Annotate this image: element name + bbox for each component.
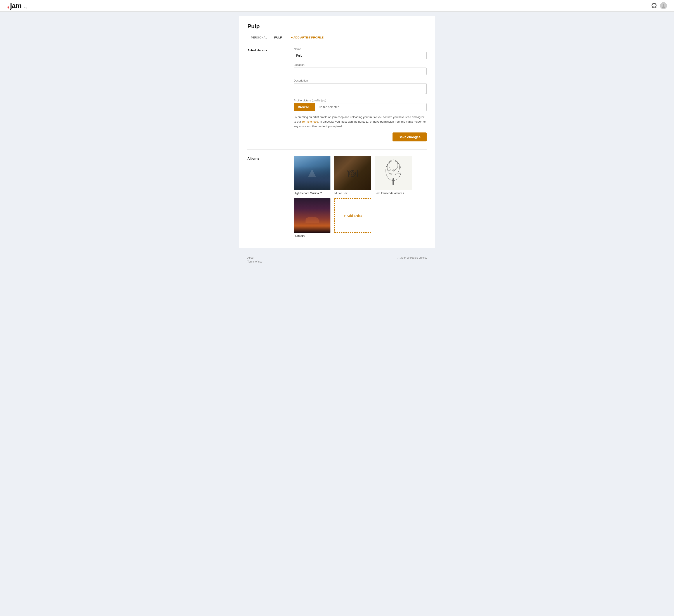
headphones-icon[interactable]: 🎧 [651,3,657,8]
tabs: PERSONAL PULP + ADD ARTIST PROFILE [247,34,427,41]
description-input[interactable] [294,83,427,94]
page-title: Pulp [247,23,427,30]
name-input[interactable] [294,52,427,59]
terms-link[interactable]: Terms of use [302,120,318,123]
footer-about-link[interactable]: About [247,256,262,259]
browse-button[interactable]: Browse... [294,103,315,111]
artist-details-label: Artist details [247,47,287,141]
description-group: Description [294,79,427,95]
legal-text: By creating an artist profile on jam.coo… [294,115,427,128]
save-btn-row: Save changes [294,132,427,141]
file-name-display: No file selected. [315,103,343,111]
location-label: Location [294,63,427,67]
footer-terms-link[interactable]: Terms of use [247,260,262,263]
album-thumbnail [294,198,330,233]
file-input-row: Browse... No file selected. [294,103,427,111]
svg-rect-2 [392,178,394,185]
logo-coop-text: co·op [22,6,27,9]
header-icons: 🎧 [651,2,667,9]
albums-section: Albums High School Musical 2 Music Box [247,156,427,237]
location-input[interactable] [294,68,427,75]
artist-details-content: Name Location Description Profile pictur… [294,47,427,141]
album-thumbnail [334,156,371,190]
tab-add-artist-profile[interactable]: + ADD ARTIST PROFILE [288,34,327,41]
album-item[interactable]: Test transcode album 2 [375,156,412,195]
divider [247,149,427,149]
album-thumbnail [375,156,412,190]
add-artist-button[interactable]: + Add artist [334,198,371,233]
logo-star-icon: ✱ [7,6,10,9]
main-container: Pulp PERSONAL PULP + ADD ARTIST PROFILE … [239,16,435,248]
svg-line-9 [394,170,399,170]
header: ✱ jam co·op 🎧 [0,0,674,12]
albums-label: Albums [247,156,287,237]
album-title: High School Musical 2 [294,192,322,195]
profile-picture-group: Profile picture (profile.jpg) Browse... … [294,99,427,111]
svg-line-6 [389,168,394,172]
logo-text: jam [10,2,21,9]
album-item[interactable]: High School Musical 2 [294,156,330,195]
name-group: Name [294,47,427,59]
albums-grid: High School Musical 2 Music Box [294,156,412,237]
album-item[interactable]: Music Box [334,156,371,195]
location-group: Location [294,63,427,75]
save-changes-button[interactable]: Save changes [392,132,427,141]
footer: About Terms of use A Go Free Range proje… [239,252,435,267]
album-title: Rumours [294,234,305,237]
album-title: Test transcode album 2 [375,192,404,195]
logo[interactable]: ✱ jam co·op [7,2,27,9]
album-thumbnail [294,156,330,190]
svg-point-1 [662,6,665,8]
footer-right: A Go Free Range project [398,256,427,259]
avatar[interactable] [660,2,667,9]
go-free-range-link[interactable]: Go Free Range [400,256,418,259]
profile-picture-label: Profile picture (profile.jpg) [294,99,427,102]
name-label: Name [294,47,427,51]
tab-pulp[interactable]: PULP [271,34,286,41]
svg-line-7 [394,167,398,172]
description-label: Description [294,79,427,82]
svg-point-0 [663,4,664,6]
album-item[interactable]: Rumours [294,198,330,237]
svg-point-5 [389,160,398,171]
footer-links: About Terms of use [247,256,262,263]
album-title: Music Box [334,192,347,195]
artist-details-section: Artist details Name Location Description… [247,47,427,141]
tab-personal[interactable]: PERSONAL [247,34,271,41]
